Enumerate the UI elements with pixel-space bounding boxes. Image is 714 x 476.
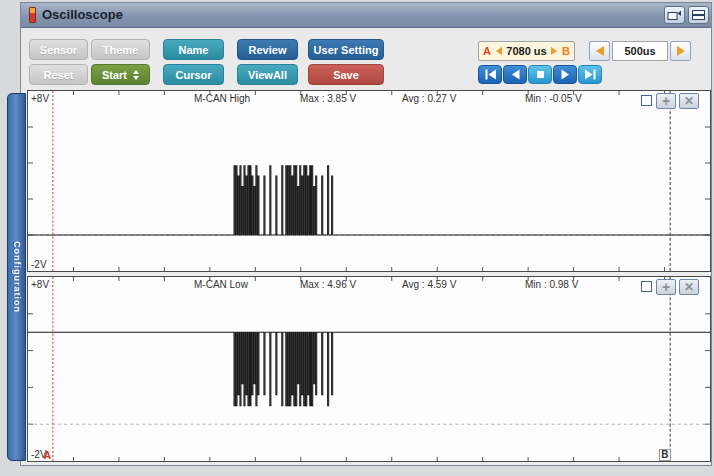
skip-start-button[interactable] [478, 65, 502, 84]
cursor-a-marker[interactable]: A [44, 450, 51, 461]
channel-select-checkbox[interactable] [641, 95, 652, 106]
channel-panel-mcan-low: +8V M-CAN Low Max : 4.96 V Avg : 4.59 V … [27, 276, 711, 462]
app-icon [29, 7, 36, 23]
ab-range-field[interactable]: A 7080 us B [478, 41, 575, 61]
stat-avg: Avg : 0.27 V [402, 93, 456, 104]
skip-end-icon [584, 69, 597, 80]
theme-button[interactable]: Theme [91, 39, 150, 60]
stop-icon [535, 69, 546, 80]
user-setting-button[interactable]: User Setting [308, 39, 384, 60]
start-spinner-icon [133, 70, 139, 80]
stat-max: Max : 3.85 V [300, 93, 356, 104]
reset-button[interactable]: Reset [29, 64, 88, 85]
window-layout-icon[interactable] [688, 6, 709, 24]
close-channel-icon[interactable]: ✕ [679, 93, 699, 109]
stat-min: Min : 0.98 V [525, 279, 578, 290]
step-back-button[interactable] [503, 65, 527, 84]
play-button[interactable] [553, 65, 577, 84]
save-button[interactable]: Save [308, 64, 384, 85]
zoom-in-icon[interactable]: + [656, 279, 676, 295]
channel-name: M-CAN Low [194, 279, 248, 290]
sidebar-tab-label: Configuration [12, 241, 22, 313]
channel-select-checkbox[interactable] [641, 281, 652, 292]
right-arrow-icon [677, 46, 685, 56]
ab-range-value: 7080 us [506, 45, 546, 57]
window-title: Oscilloscope [42, 7, 123, 22]
viewall-button[interactable]: ViewAll [237, 64, 298, 85]
review-button[interactable]: Review [237, 39, 298, 60]
stat-min: Min : -0.05 V [525, 93, 582, 104]
timebase-field[interactable]: 500us [612, 41, 668, 61]
cursor-b-label: B [562, 45, 570, 57]
skip-start-icon [484, 69, 497, 80]
step-back-icon [510, 69, 521, 80]
transport-controls [478, 65, 602, 84]
cursor-button[interactable]: Cursor [163, 64, 224, 85]
skip-end-button[interactable] [578, 65, 602, 84]
stop-button[interactable] [528, 65, 552, 84]
y-axis-top-label: +8V [31, 93, 49, 104]
channel-name: M-CAN High [194, 93, 250, 104]
range-right-arrow-icon [551, 47, 557, 55]
sensor-button[interactable]: Sensor [29, 39, 88, 60]
toolbar: Sensor Theme Name Review User Setting Re… [21, 29, 711, 90]
stat-avg: Avg : 4.59 V [402, 279, 456, 290]
oscilloscope-window: Oscilloscope Sensor Theme Name Review Us… [20, 2, 712, 466]
start-button-label: Start [102, 69, 127, 81]
zoom-in-icon[interactable]: + [656, 93, 676, 109]
left-arrow-icon [596, 46, 604, 56]
waveform-plot-high[interactable] [28, 91, 710, 271]
channel-panel-mcan-high: +8V M-CAN High Max : 3.85 V Avg : 0.27 V… [27, 90, 711, 272]
name-button[interactable]: Name [163, 39, 224, 60]
stat-max: Max : 4.96 V [300, 279, 356, 290]
popup-window-icon[interactable] [664, 6, 685, 24]
timebase-decrease-button[interactable] [589, 41, 610, 61]
start-button[interactable]: Start [91, 64, 150, 85]
waveform-plot-low[interactable] [28, 277, 710, 461]
sidebar-tab-configuration[interactable]: Configuration [7, 93, 26, 461]
range-left-arrow-icon [496, 47, 502, 55]
play-icon [560, 69, 571, 80]
title-bar[interactable]: Oscilloscope [21, 3, 711, 28]
cursor-b-marker[interactable]: B [659, 449, 670, 461]
y-axis-bottom-label: -2V [31, 259, 47, 270]
timebase-increase-button[interactable] [670, 41, 691, 61]
close-channel-icon[interactable]: ✕ [679, 279, 699, 295]
cursor-a-label: A [483, 45, 491, 57]
y-axis-top-label: +8V [31, 279, 49, 290]
